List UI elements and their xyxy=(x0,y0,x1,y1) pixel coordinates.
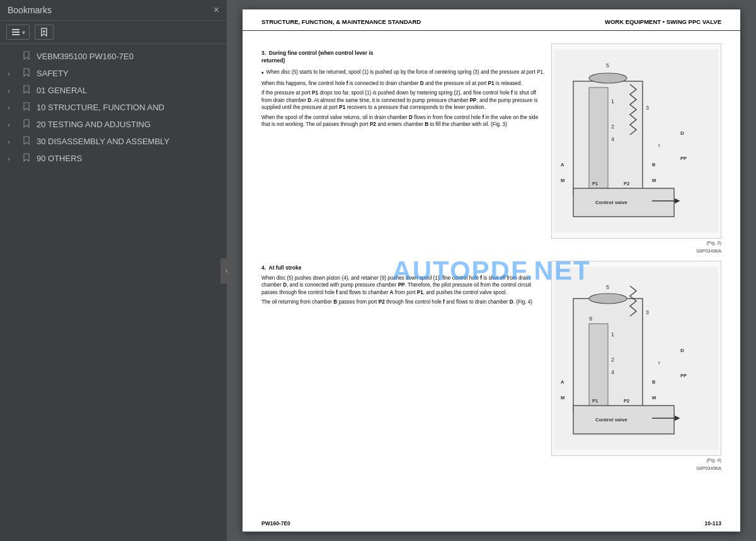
svg-text:9: 9 xyxy=(589,316,592,322)
svg-text:PP: PP xyxy=(680,373,687,379)
svg-text:2: 2 xyxy=(611,356,614,363)
section4-heading: 4. At full stroke xyxy=(261,265,546,272)
svg-text:Control valve: Control valve xyxy=(595,200,627,205)
bookmark-icon-general xyxy=(23,85,32,96)
sidebar-item-label-top: VEBM395100 PW160-7E0 xyxy=(37,52,219,61)
fig3-caption: S8P03496A xyxy=(551,248,721,255)
bookmark-new-button[interactable] xyxy=(35,25,54,40)
sidebar-item-general[interactable]: › 01 GENERAL xyxy=(0,82,227,99)
section4-text: 4. At full stroke When disc (5) pushes d… xyxy=(261,261,546,472)
svg-text:M: M xyxy=(652,178,656,183)
svg-text:D: D xyxy=(680,348,684,353)
sidebar-item-disassembly[interactable]: › 30 DISASSEMBLY AND ASSEMBLY xyxy=(0,133,227,150)
sidebar-collapse-handle[interactable]: ‹ xyxy=(220,258,233,283)
svg-rect-1 xyxy=(12,31,20,33)
expand-arrow-structure: › xyxy=(8,104,18,111)
fig4-caption: S8P03496A xyxy=(551,465,721,472)
svg-text:3: 3 xyxy=(646,309,649,316)
fig3-label-text: (Fig. 3) xyxy=(706,240,721,246)
section3-row: 3. During fine control (when control lev… xyxy=(261,43,721,254)
bookmark-add-icon xyxy=(39,27,49,37)
section4-row: 4. At full stroke When disc (5) pushes d… xyxy=(261,261,721,472)
header-right: WORK EQUIPMENT • SWING PPC VALVE xyxy=(605,18,721,25)
svg-text:P1: P1 xyxy=(592,398,598,404)
svg-text:Control valve: Control valve xyxy=(595,417,627,423)
view-mode-button[interactable]: ▾ xyxy=(6,25,30,40)
svg-text:4: 4 xyxy=(611,369,614,375)
svg-text:M: M xyxy=(561,178,564,183)
sidebar-item-label-others: 90 OTHERS xyxy=(37,154,219,163)
sidebar-list: VEBM395100 PW160-7E0 › SAFETY › 01 GENER… xyxy=(0,44,227,541)
page-header: STRUCTURE, FUNCTION, & MAINTENANCE STAND… xyxy=(243,9,740,31)
sidebar-item-top[interactable]: VEBM395100 PW160-7E0 xyxy=(0,48,227,65)
header-left: STRUCTURE, FUNCTION, & MAINTENANCE STAND… xyxy=(261,18,421,25)
sidebar-close-button[interactable]: × xyxy=(214,5,219,15)
sidebar-toolbar: ▾ xyxy=(0,21,227,44)
svg-text:M: M xyxy=(652,395,656,401)
expand-arrow-others: › xyxy=(8,155,18,162)
expand-arrow-disassembly: › xyxy=(8,138,18,145)
sidebar-item-label-structure: 10 STRUCTURE, FUNCTION AND xyxy=(37,103,219,112)
expand-arrow-safety: › xyxy=(8,70,18,77)
diagram-col-fig4: 5 1 3 Control valve A M B M xyxy=(551,261,721,472)
diagram-fig4: 5 1 3 Control valve A M B M xyxy=(551,261,721,456)
section3-bullet1-text: When disc (5) starts to be returned, spo… xyxy=(266,69,545,77)
svg-text:A: A xyxy=(561,162,564,168)
svg-text:M: M xyxy=(561,395,564,401)
sidebar-item-safety[interactable]: › SAFETY xyxy=(0,65,227,82)
fig3-svg: 5 1 3 Control valve A M B M xyxy=(554,50,718,232)
svg-text:5: 5 xyxy=(606,62,609,69)
section3-bullet: • When disc (5) starts to be returned, s… xyxy=(261,69,546,77)
svg-text:B: B xyxy=(652,162,656,168)
fig4-label: (Fig. 4) xyxy=(551,457,721,464)
sidebar-item-others[interactable]: › 90 OTHERS xyxy=(0,150,227,167)
list-view-icon xyxy=(11,27,21,37)
svg-text:1: 1 xyxy=(611,98,614,105)
fig4-label-text: (Fig. 4) xyxy=(706,457,721,463)
bookmark-icon-disassembly xyxy=(23,136,32,147)
svg-text:D: D xyxy=(680,130,684,136)
section3-text: 3. During fine control (when control lev… xyxy=(261,43,546,254)
svg-rect-7 xyxy=(589,88,608,188)
sidebar-item-label-safety: SAFETY xyxy=(37,69,219,78)
sidebar-item-label-general: 01 GENERAL xyxy=(37,86,219,95)
section3-para3: When the spool of the control valve retu… xyxy=(261,114,546,128)
sidebar-item-label-disassembly: 30 DISASSEMBLY AND ASSEMBLY xyxy=(37,137,219,146)
sidebar-item-label-testing: 20 TESTING AND ADJUSTING xyxy=(37,120,219,129)
page-content: 3. During fine control (when control lev… xyxy=(243,31,740,472)
svg-text:B: B xyxy=(652,379,656,385)
section4-para2: The oil returning from chamber B passes … xyxy=(261,299,546,305)
svg-point-29 xyxy=(589,293,627,304)
sidebar-header: Bookmarks × xyxy=(0,0,227,21)
expand-arrow-testing: › xyxy=(8,121,18,128)
bookmark-icon-others xyxy=(23,153,32,164)
section4-para1: When disc (5) pushes down piston (4), an… xyxy=(261,275,546,296)
main-content: AUTOPDF.NET STRUCTURE, FUNCTION, & MAINT… xyxy=(227,0,756,541)
bookmark-icon xyxy=(23,51,32,62)
section3-para1: When this happens, fine control hole f i… xyxy=(261,80,546,87)
svg-text:P2: P2 xyxy=(624,398,629,404)
svg-text:PP: PP xyxy=(680,156,687,161)
svg-point-8 xyxy=(589,73,627,83)
svg-rect-0 xyxy=(12,29,20,30)
sidebar-item-structure[interactable]: › 10 STRUCTURE, FUNCTION AND xyxy=(0,99,227,116)
expand-arrow-general: › xyxy=(8,87,18,94)
pdf-page: AUTOPDF.NET STRUCTURE, FUNCTION, & MAINT… xyxy=(243,9,740,532)
fig4-svg: 5 1 3 Control valve A M B M xyxy=(554,267,718,450)
svg-text:5: 5 xyxy=(606,284,609,290)
svg-text:P2: P2 xyxy=(624,181,629,186)
svg-text:4: 4 xyxy=(611,136,614,142)
svg-text:A: A xyxy=(561,379,564,385)
svg-text:2: 2 xyxy=(611,123,614,130)
svg-text:3: 3 xyxy=(646,105,649,111)
sidebar: Bookmarks × ▾ VEBM395100 PW160 xyxy=(0,0,227,541)
bullet-dot: • xyxy=(261,69,264,77)
bookmark-icon-testing xyxy=(23,119,32,130)
footer-left: PW160-7E0 xyxy=(261,520,290,527)
section3-para2: If the pressure at port P1 drops too far… xyxy=(261,89,546,111)
footer-right: 10-113 xyxy=(705,520,721,527)
svg-text:1: 1 xyxy=(611,331,614,338)
svg-rect-2 xyxy=(12,34,20,35)
sidebar-item-testing[interactable]: › 20 TESTING AND ADJUSTING xyxy=(0,116,227,133)
fig3-label: (Fig. 3) xyxy=(551,240,721,247)
